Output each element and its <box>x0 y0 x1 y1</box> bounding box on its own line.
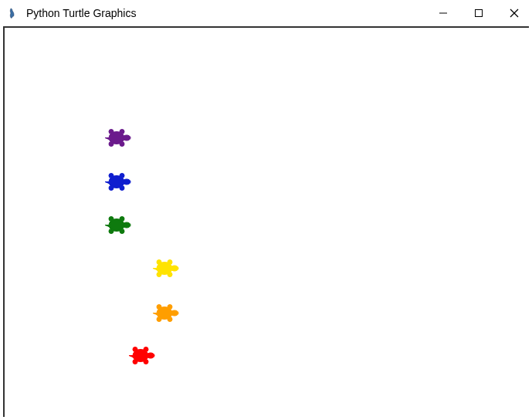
svg-marker-20 <box>105 225 109 227</box>
turtle-sprite <box>125 344 156 370</box>
turtle-sprite <box>149 257 180 283</box>
turtle-sprite <box>101 127 132 152</box>
svg-point-21 <box>120 217 124 222</box>
svg-rect-1 <box>476 10 483 17</box>
svg-point-16 <box>109 174 114 178</box>
client-area <box>0 26 532 420</box>
svg-point-26 <box>171 266 178 271</box>
svg-point-23 <box>109 217 114 222</box>
minimize-button[interactable] <box>425 0 461 26</box>
svg-point-43 <box>144 360 148 364</box>
turtle-sprite <box>149 302 180 327</box>
svg-point-9 <box>109 130 114 134</box>
svg-point-40 <box>147 353 154 358</box>
svg-point-7 <box>120 130 124 134</box>
svg-point-33 <box>171 310 178 316</box>
svg-point-38 <box>157 317 161 322</box>
svg-point-19 <box>123 222 130 228</box>
svg-point-30 <box>157 260 161 265</box>
close-icon <box>510 8 519 18</box>
svg-point-31 <box>157 273 161 277</box>
svg-marker-34 <box>153 313 157 315</box>
svg-point-15 <box>120 186 124 191</box>
turtle-canvas <box>3 26 529 417</box>
svg-marker-6 <box>105 138 109 140</box>
svg-point-37 <box>157 305 161 310</box>
titlebar[interactable]: Python Turtle Graphics <box>0 0 532 26</box>
app-window: Python Turtle Graphics <box>0 0 532 420</box>
svg-point-17 <box>109 186 114 191</box>
svg-marker-41 <box>129 356 133 357</box>
minimize-icon <box>439 8 448 18</box>
svg-point-36 <box>168 317 172 322</box>
maximize-button[interactable] <box>461 0 496 26</box>
maximize-icon <box>474 8 483 18</box>
svg-point-8 <box>120 142 124 147</box>
svg-point-5 <box>123 135 130 141</box>
turtle-sprite <box>101 214 132 239</box>
svg-point-24 <box>109 229 114 234</box>
window-controls <box>425 0 532 26</box>
svg-point-44 <box>133 347 137 352</box>
svg-point-35 <box>168 305 172 310</box>
svg-point-12 <box>123 179 130 185</box>
svg-point-29 <box>168 273 172 277</box>
svg-marker-27 <box>153 269 157 270</box>
turtle-sprite <box>101 171 132 196</box>
svg-point-42 <box>144 347 148 352</box>
svg-point-28 <box>168 260 172 265</box>
svg-point-45 <box>133 360 137 364</box>
app-icon <box>8 7 20 19</box>
svg-marker-13 <box>105 182 109 184</box>
svg-point-10 <box>109 142 114 147</box>
window-title: Python Turtle Graphics <box>26 7 425 19</box>
svg-point-22 <box>120 229 124 234</box>
svg-point-14 <box>120 174 124 178</box>
close-button[interactable] <box>496 0 532 26</box>
